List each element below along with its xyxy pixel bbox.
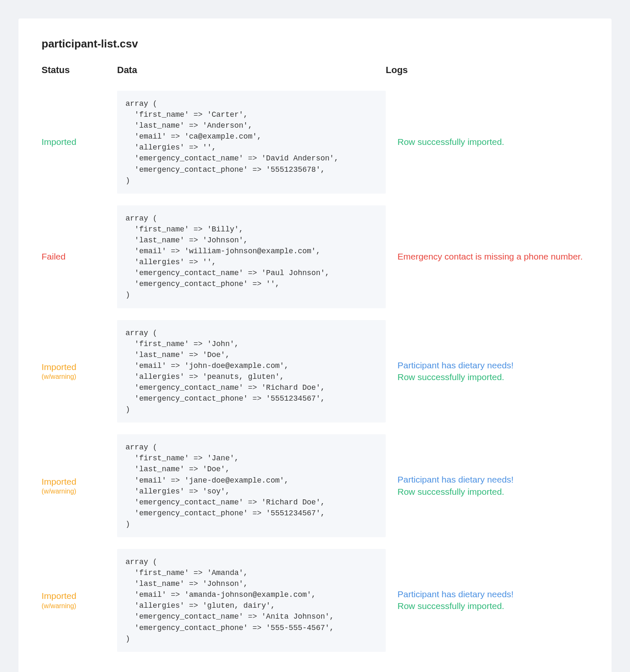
log-line-info: Participant has dietary needs! bbox=[397, 474, 588, 486]
log-line-info: Participant has dietary needs! bbox=[397, 588, 588, 600]
log-line-success: Row successfully imported. bbox=[397, 486, 588, 498]
data-codeblock: array ( 'first_name' => 'John', 'last_na… bbox=[117, 320, 386, 423]
column-header-status: Status bbox=[42, 65, 117, 85]
logs-cell: Participant has dietary needs!Row succes… bbox=[386, 314, 588, 429]
table-row: Imported(w/warning)array ( 'first_name' … bbox=[42, 543, 588, 658]
status-label-failed: Failed bbox=[42, 251, 112, 262]
logs-cell: Row successfully imported. bbox=[386, 85, 588, 200]
table-row: Imported(w/warning)array ( 'first_name' … bbox=[42, 314, 588, 429]
data-codeblock: array ( 'first_name' => 'Jane', 'last_na… bbox=[117, 434, 386, 537]
table-row: Importedarray ( 'first_name' => 'Carter'… bbox=[42, 85, 588, 200]
status-label-warning: Imported bbox=[42, 476, 112, 487]
status-cell: Imported(w/warning) bbox=[42, 314, 117, 429]
log-line-success: Row successfully imported. bbox=[397, 600, 588, 612]
column-header-logs: Logs bbox=[386, 65, 588, 85]
logs-cell: Emergency contact is missing a phone num… bbox=[386, 200, 588, 314]
results-table: Status Data Logs Importedarray ( 'first_… bbox=[42, 65, 588, 658]
logs-cell: Participant has dietary needs!Row succes… bbox=[386, 428, 588, 543]
status-sublabel-warning: (w/warning) bbox=[42, 487, 112, 496]
status-sublabel-warning: (w/warning) bbox=[42, 373, 112, 381]
table-row: Failedarray ( 'first_name' => 'Billy', '… bbox=[42, 200, 588, 314]
data-cell: array ( 'first_name' => 'Jane', 'last_na… bbox=[117, 428, 386, 543]
status-cell: Imported bbox=[42, 85, 117, 200]
log-line-success: Row successfully imported. bbox=[397, 371, 588, 383]
status-sublabel-warning: (w/warning) bbox=[42, 602, 112, 610]
log-line-success: Row successfully imported. bbox=[397, 136, 588, 148]
status-label-warning: Imported bbox=[42, 591, 112, 601]
log-line-error: Emergency contact is missing a phone num… bbox=[397, 251, 588, 262]
data-cell: array ( 'first_name' => 'Amanda', 'last_… bbox=[117, 543, 386, 658]
status-label-warning: Imported bbox=[42, 362, 112, 373]
status-label-imported: Imported bbox=[42, 136, 112, 147]
data-cell: array ( 'first_name' => 'Billy', 'last_n… bbox=[117, 200, 386, 314]
status-cell: Failed bbox=[42, 200, 117, 314]
data-cell: array ( 'first_name' => 'Carter', 'last_… bbox=[117, 85, 386, 200]
data-cell: array ( 'first_name' => 'John', 'last_na… bbox=[117, 314, 386, 429]
data-codeblock: array ( 'first_name' => 'Carter', 'last_… bbox=[117, 91, 386, 194]
status-cell: Imported(w/warning) bbox=[42, 543, 117, 658]
column-header-data: Data bbox=[117, 65, 386, 85]
status-cell: Imported(w/warning) bbox=[42, 428, 117, 543]
import-results-card: participant-list.csv Status Data Logs Im… bbox=[18, 18, 612, 672]
data-codeblock: array ( 'first_name' => 'Amanda', 'last_… bbox=[117, 549, 386, 652]
logs-cell: Participant has dietary needs!Row succes… bbox=[386, 543, 588, 658]
data-codeblock: array ( 'first_name' => 'Billy', 'last_n… bbox=[117, 205, 386, 308]
filename-heading: participant-list.csv bbox=[42, 37, 588, 50]
table-row: Imported(w/warning)array ( 'first_name' … bbox=[42, 428, 588, 543]
log-line-info: Participant has dietary needs! bbox=[397, 360, 588, 371]
